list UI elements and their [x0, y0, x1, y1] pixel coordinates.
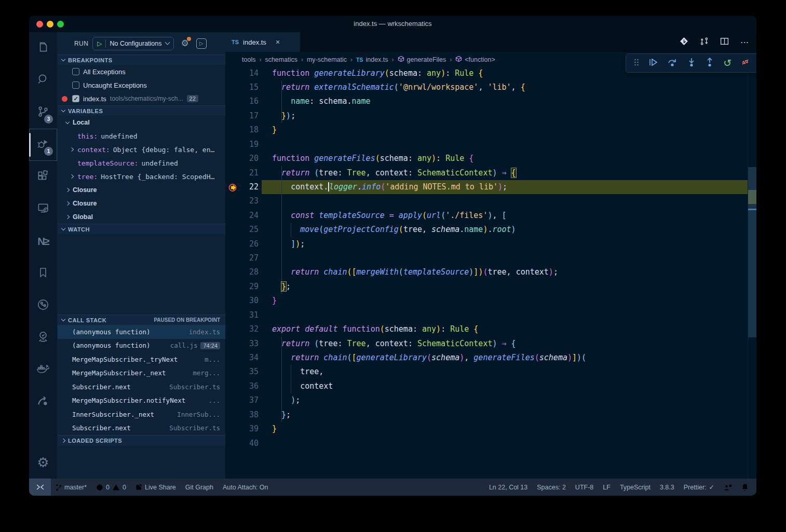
code-line[interactable]: 15 return externalSchematic('@nrwl/works… — [225, 80, 756, 94]
section-header-loaded-scripts[interactable]: LOADED SCRIPTS — [58, 435, 225, 445]
code-line[interactable]: 21 return (tree: Tree, context: Schemati… — [225, 166, 756, 180]
remote-indicator[interactable] — [29, 479, 51, 496]
activity-bar-item-docker-icon[interactable] — [29, 354, 57, 386]
auto-attach-status[interactable]: Auto Attach: On — [218, 479, 273, 496]
step-into-icon[interactable] — [687, 58, 696, 69]
code-line[interactable]: 39} — [225, 422, 756, 436]
activity-bar-item-run-debug-icon[interactable]: 1 — [29, 129, 57, 161]
code-line[interactable]: 34 return chain([generateLibrary(schema)… — [225, 351, 756, 365]
variable-row[interactable]: templateSource:undefined — [58, 156, 225, 170]
restart-icon[interactable]: ↺ — [723, 58, 731, 68]
code-area[interactable]: 14function generateLibrary(schema: any):… — [225, 32, 756, 479]
breadcrumb-item-generateFiles[interactable]: generateFiles — [398, 56, 446, 64]
grip-icon[interactable] — [634, 59, 639, 68]
language-mode[interactable]: TypeScript — [615, 479, 655, 496]
code-line[interactable]: 22 context.logger.info('adding NOTES.md … — [225, 180, 756, 194]
section-header-watch[interactable]: WATCH — [58, 224, 225, 234]
open-changes-icon[interactable] — [680, 37, 688, 48]
breadcrumb-item-schematics[interactable]: schematics — [265, 56, 297, 63]
launch-configuration-dropdown[interactable]: ▷ No Configurations — [92, 37, 173, 50]
split-editor-icon[interactable] — [720, 37, 729, 48]
activity-bar-item-nx-console-icon[interactable]: N≥ — [29, 225, 57, 257]
indentation-status[interactable]: Spaces: 2 — [532, 479, 571, 496]
variable-row[interactable]: context:Object {debug: false, en… — [58, 143, 225, 156]
code-line[interactable]: 28 return chain([mergeWith(templateSourc… — [225, 265, 756, 279]
activity-bar-item-extensions-icon[interactable] — [29, 161, 57, 193]
git-branch-status[interactable]: master* — [51, 479, 91, 496]
cursor-position[interactable]: Ln 22, Col 13 — [484, 479, 532, 496]
activity-bar-item-search-icon[interactable] — [29, 64, 57, 97]
code-line[interactable]: 29 }; — [225, 280, 756, 294]
code-line[interactable]: 30} — [225, 294, 756, 308]
code-line[interactable]: 36 context — [225, 379, 756, 393]
close-icon[interactable]: × — [276, 38, 280, 46]
code-line[interactable]: 31 — [225, 308, 756, 322]
scrollbar-thumb[interactable] — [748, 167, 756, 337]
code-line[interactable]: 40 — [225, 436, 756, 451]
settings-gear-icon[interactable]: ⚙ — [29, 446, 57, 479]
activity-bar-item-remote-explorer-icon[interactable] — [29, 193, 57, 225]
section-header-call-stack[interactable]: CALL STACKPAUSED ON BREAKPOINT — [58, 315, 225, 325]
encoding-status[interactable]: UTF-8 — [571, 479, 598, 496]
breadcrumb-item-function[interactable]: <function> — [455, 56, 495, 64]
section-header-breakpoints[interactable]: BREAKPOINTS — [58, 54, 225, 65]
scrollbar[interactable] — [748, 67, 756, 479]
code-line[interactable]: 20function generateFiles(schema: any): R… — [225, 152, 756, 166]
code-line[interactable]: 27 — [225, 251, 756, 265]
breakpoint-row[interactable]: All Exceptions — [58, 65, 225, 78]
checkbox[interactable] — [72, 81, 79, 89]
code-line[interactable]: 25 move(getProjectConfig(tree, schema.na… — [225, 223, 756, 237]
code-line[interactable]: 38 }; — [225, 408, 756, 422]
variables-scope-local[interactable]: Local — [58, 116, 225, 129]
breadcrumb-item-index.ts[interactable]: TSindex.ts — [356, 56, 388, 63]
call-stack-frame[interactable]: (anonymous function)index.ts — [58, 325, 225, 339]
live-share-button[interactable]: Live Share — [131, 479, 181, 496]
feedback-button[interactable] — [719, 479, 737, 496]
call-stack-frame[interactable]: InnerSubscriber._nextInnerSub... — [58, 407, 225, 421]
step-over-icon[interactable] — [667, 58, 677, 69]
continue-icon[interactable] — [648, 58, 658, 69]
notifications-button[interactable] — [737, 479, 753, 496]
call-stack-frame[interactable]: MergeMapSubscriber._tryNextm... — [58, 352, 225, 366]
code-line[interactable]: 16 name: schema.name — [225, 94, 756, 108]
compare-changes-icon[interactable] — [700, 37, 709, 48]
problems-status[interactable]: 0 0 — [91, 479, 131, 496]
prettier-status[interactable]: Prettier: ✓ — [679, 479, 719, 496]
code-line[interactable]: 35 tree, — [225, 365, 756, 379]
disconnect-icon[interactable] — [740, 58, 750, 69]
activity-bar-item-source-control-icon[interactable]: 3 — [29, 97, 57, 129]
breadcrumb-item-my-schematic[interactable]: my-schematic — [307, 56, 347, 63]
eol-status[interactable]: LF — [598, 479, 615, 496]
activity-bar-item-bookmarks-icon[interactable] — [29, 257, 57, 290]
call-stack-frame[interactable]: Subscriber.nextSubscriber.ts — [58, 421, 225, 435]
checkbox[interactable]: ✓ — [72, 95, 79, 102]
play-icon[interactable]: ▷ — [97, 40, 102, 47]
variables-scope-global[interactable]: Global — [58, 210, 225, 224]
call-stack-frame[interactable]: Subscriber.nextSubscriber.ts — [58, 380, 225, 394]
code-line[interactable]: 18} — [225, 123, 756, 137]
step-out-icon[interactable] — [705, 58, 714, 69]
code-line[interactable]: 19 — [225, 138, 756, 152]
debug-console-icon[interactable]: ▷ — [196, 38, 207, 49]
code-line[interactable]: 24 const templateSource = apply(url('./f… — [225, 209, 756, 223]
activity-bar-item-files-icon[interactable] — [29, 32, 57, 64]
call-stack-frame[interactable]: (anonymous function)call.js74:24 — [58, 339, 225, 353]
activity-bar-item-share-icon[interactable] — [29, 386, 57, 418]
breakpoint-row[interactable]: Uncaught Exceptions — [58, 78, 225, 92]
call-stack-frame[interactable]: MergeMapSubscriber._nextmerg... — [58, 366, 225, 380]
code-line[interactable]: 37 ); — [225, 393, 756, 407]
code-line[interactable]: 23 — [225, 194, 756, 208]
git-graph-button[interactable]: Git Graph — [181, 479, 218, 496]
tab-index-ts[interactable]: TS index.ts × — [225, 32, 300, 52]
ts-version[interactable]: 3.8.3 — [655, 479, 679, 496]
checkbox[interactable] — [72, 68, 79, 75]
call-stack-frame[interactable]: MergeMapSubscriber.notifyNext... — [58, 394, 225, 408]
code-line[interactable]: 32export default function(schema: any): … — [225, 322, 756, 336]
section-header-variables[interactable]: VARIABLES — [58, 105, 225, 116]
variable-row[interactable]: this:undefined — [58, 129, 225, 143]
variables-scope-closure[interactable]: Closure — [58, 197, 225, 210]
gear-icon[interactable]: ⚙ — [181, 38, 189, 49]
activity-bar-item-gitlens-icon[interactable] — [29, 290, 57, 322]
more-actions-icon[interactable]: ⋯ — [740, 37, 749, 47]
code-line[interactable]: 17 }); — [225, 109, 756, 123]
